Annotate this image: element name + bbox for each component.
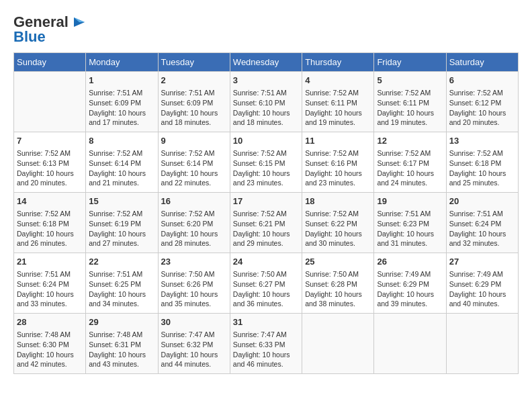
day-number: 9: [161, 135, 227, 147]
day-number: 26: [377, 256, 443, 268]
page-header: General Blue: [13, 13, 519, 46]
calendar-header-row: SundayMondayTuesdayWednesdayThursdayFrid…: [14, 53, 519, 72]
header-friday: Friday: [374, 53, 446, 72]
day-info: Sunrise: 7:52 AM Sunset: 6:11 PM Dayligh…: [305, 88, 371, 128]
day-number: 3: [233, 75, 299, 87]
calendar-cell: 5Sunrise: 7:52 AM Sunset: 6:11 PM Daylig…: [374, 72, 446, 132]
day-info: Sunrise: 7:52 AM Sunset: 6:22 PM Dayligh…: [305, 209, 371, 248]
day-info: Sunrise: 7:52 AM Sunset: 6:18 PM Dayligh…: [17, 209, 83, 248]
day-info: Sunrise: 7:51 AM Sunset: 6:23 PM Dayligh…: [377, 209, 443, 248]
logo-bird-icon: [70, 15, 85, 30]
logo-blue-text: Blue: [13, 28, 46, 46]
logo-combined: General Blue: [13, 13, 85, 46]
calendar-cell: 6Sunrise: 7:52 AM Sunset: 6:12 PM Daylig…: [446, 72, 518, 132]
calendar-cell: 18Sunrise: 7:52 AM Sunset: 6:22 PM Dayli…: [302, 193, 374, 253]
calendar-cell: 27Sunrise: 7:49 AM Sunset: 6:29 PM Dayli…: [446, 253, 518, 314]
day-info: Sunrise: 7:47 AM Sunset: 6:33 PM Dayligh…: [233, 330, 299, 369]
calendar-cell: [446, 314, 518, 374]
day-info: Sunrise: 7:51 AM Sunset: 6:10 PM Dayligh…: [233, 88, 299, 128]
calendar-cell: 2Sunrise: 7:51 AM Sunset: 6:09 PM Daylig…: [158, 72, 230, 132]
day-number: 11: [305, 135, 371, 147]
calendar-cell: 19Sunrise: 7:51 AM Sunset: 6:23 PM Dayli…: [374, 193, 446, 253]
day-number: 2: [161, 75, 227, 87]
day-number: 17: [233, 195, 299, 208]
day-number: 16: [161, 195, 227, 208]
calendar-cell: 26Sunrise: 7:49 AM Sunset: 6:29 PM Dayli…: [374, 253, 446, 314]
header-wednesday: Wednesday: [230, 53, 302, 72]
calendar-cell: 1Sunrise: 7:51 AM Sunset: 6:09 PM Daylig…: [86, 72, 158, 132]
day-info: Sunrise: 7:52 AM Sunset: 6:20 PM Dayligh…: [161, 209, 227, 248]
calendar-cell: 9Sunrise: 7:52 AM Sunset: 6:14 PM Daylig…: [158, 132, 230, 193]
day-info: Sunrise: 7:50 AM Sunset: 6:27 PM Dayligh…: [233, 269, 299, 309]
day-number: 4: [305, 75, 371, 87]
calendar-cell: 11Sunrise: 7:52 AM Sunset: 6:16 PM Dayli…: [302, 132, 374, 193]
day-info: Sunrise: 7:52 AM Sunset: 6:15 PM Dayligh…: [233, 148, 299, 188]
header-tuesday: Tuesday: [158, 53, 230, 72]
day-number: 20: [449, 195, 515, 208]
day-info: Sunrise: 7:51 AM Sunset: 6:09 PM Dayligh…: [89, 88, 154, 128]
calendar-cell: 23Sunrise: 7:50 AM Sunset: 6:26 PM Dayli…: [158, 253, 230, 314]
calendar-cell: 8Sunrise: 7:52 AM Sunset: 6:14 PM Daylig…: [86, 132, 158, 193]
header-monday: Monday: [86, 53, 158, 72]
day-number: 18: [305, 195, 371, 208]
calendar-week-0: 1Sunrise: 7:51 AM Sunset: 6:09 PM Daylig…: [14, 72, 519, 132]
day-info: Sunrise: 7:50 AM Sunset: 6:26 PM Dayligh…: [161, 269, 227, 309]
calendar-cell: 24Sunrise: 7:50 AM Sunset: 6:27 PM Dayli…: [230, 253, 302, 314]
day-number: 27: [449, 256, 515, 268]
calendar-cell: 21Sunrise: 7:51 AM Sunset: 6:24 PM Dayli…: [14, 253, 86, 314]
day-info: Sunrise: 7:52 AM Sunset: 6:17 PM Dayligh…: [377, 148, 443, 188]
calendar-cell: 31Sunrise: 7:47 AM Sunset: 6:33 PM Dayli…: [230, 314, 302, 374]
calendar-cell: 16Sunrise: 7:52 AM Sunset: 6:20 PM Dayli…: [158, 193, 230, 253]
day-number: 19: [377, 195, 443, 208]
header-saturday: Saturday: [446, 53, 518, 72]
day-info: Sunrise: 7:49 AM Sunset: 6:29 PM Dayligh…: [449, 269, 515, 309]
day-number: 22: [89, 256, 154, 268]
day-info: Sunrise: 7:51 AM Sunset: 6:24 PM Dayligh…: [17, 269, 83, 309]
day-info: Sunrise: 7:47 AM Sunset: 6:32 PM Dayligh…: [161, 330, 227, 369]
day-number: 6: [449, 75, 515, 87]
header-thursday: Thursday: [302, 53, 374, 72]
day-number: 30: [161, 316, 227, 328]
day-number: 15: [89, 195, 154, 208]
calendar-cell: 17Sunrise: 7:52 AM Sunset: 6:21 PM Dayli…: [230, 193, 302, 253]
day-number: 31: [233, 316, 299, 328]
day-number: 5: [377, 75, 443, 87]
day-number: 8: [89, 135, 154, 147]
day-number: 1: [89, 75, 154, 87]
day-info: Sunrise: 7:51 AM Sunset: 6:25 PM Dayligh…: [89, 269, 154, 309]
day-info: Sunrise: 7:52 AM Sunset: 6:13 PM Dayligh…: [17, 148, 83, 188]
day-info: Sunrise: 7:52 AM Sunset: 6:11 PM Dayligh…: [377, 88, 443, 128]
calendar-cell: 15Sunrise: 7:52 AM Sunset: 6:19 PM Dayli…: [86, 193, 158, 253]
logo: General Blue: [13, 13, 85, 46]
day-info: Sunrise: 7:52 AM Sunset: 6:16 PM Dayligh…: [305, 148, 371, 188]
day-info: Sunrise: 7:51 AM Sunset: 6:24 PM Dayligh…: [449, 209, 515, 248]
calendar-cell: 29Sunrise: 7:48 AM Sunset: 6:31 PM Dayli…: [86, 314, 158, 374]
day-number: 7: [17, 135, 83, 147]
calendar-cell: 3Sunrise: 7:51 AM Sunset: 6:10 PM Daylig…: [230, 72, 302, 132]
day-info: Sunrise: 7:49 AM Sunset: 6:29 PM Dayligh…: [377, 269, 443, 309]
calendar-week-2: 14Sunrise: 7:52 AM Sunset: 6:18 PM Dayli…: [14, 193, 519, 253]
day-info: Sunrise: 7:52 AM Sunset: 6:14 PM Dayligh…: [161, 148, 227, 188]
calendar-cell: 4Sunrise: 7:52 AM Sunset: 6:11 PM Daylig…: [302, 72, 374, 132]
day-number: 14: [17, 195, 83, 208]
day-number: 23: [161, 256, 227, 268]
day-number: 10: [233, 135, 299, 147]
day-info: Sunrise: 7:52 AM Sunset: 6:18 PM Dayligh…: [449, 148, 515, 188]
day-number: 25: [305, 256, 371, 268]
calendar-cell: 28Sunrise: 7:48 AM Sunset: 6:30 PM Dayli…: [14, 314, 86, 374]
day-info: Sunrise: 7:48 AM Sunset: 6:31 PM Dayligh…: [89, 330, 154, 369]
day-info: Sunrise: 7:52 AM Sunset: 6:14 PM Dayligh…: [89, 148, 154, 188]
calendar-table: SundayMondayTuesdayWednesdayThursdayFrid…: [13, 52, 519, 374]
day-number: 21: [17, 256, 83, 268]
day-info: Sunrise: 7:52 AM Sunset: 6:12 PM Dayligh…: [449, 88, 515, 128]
day-info: Sunrise: 7:52 AM Sunset: 6:21 PM Dayligh…: [233, 209, 299, 248]
calendar-cell: 22Sunrise: 7:51 AM Sunset: 6:25 PM Dayli…: [86, 253, 158, 314]
day-number: 12: [377, 135, 443, 147]
calendar-cell: 13Sunrise: 7:52 AM Sunset: 6:18 PM Dayli…: [446, 132, 518, 193]
calendar-cell: [374, 314, 446, 374]
calendar-week-3: 21Sunrise: 7:51 AM Sunset: 6:24 PM Dayli…: [14, 253, 519, 314]
day-number: 29: [89, 316, 154, 328]
calendar-cell: 7Sunrise: 7:52 AM Sunset: 6:13 PM Daylig…: [14, 132, 86, 193]
calendar-cell: 30Sunrise: 7:47 AM Sunset: 6:32 PM Dayli…: [158, 314, 230, 374]
header-sunday: Sunday: [14, 53, 86, 72]
